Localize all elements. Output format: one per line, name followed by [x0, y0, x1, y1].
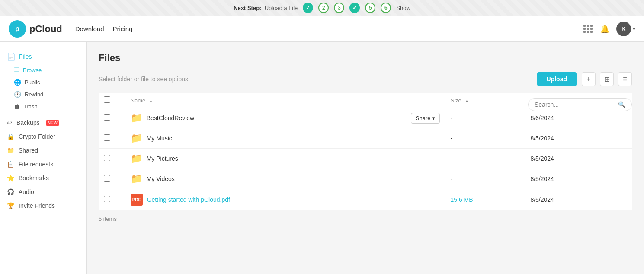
item-count: 5 items	[99, 216, 632, 222]
toolbar: Select folder or file to see options Upl…	[99, 72, 632, 86]
banner-show-link[interactable]: Show	[396, 5, 410, 11]
upload-button[interactable]: Upload	[537, 72, 577, 86]
file-name[interactable]: My Music	[147, 135, 172, 142]
row-name-cell: 📁BestCloudReviewShare ▾	[125, 108, 445, 128]
select-all-header[interactable]	[99, 93, 125, 108]
main-content: Files 🔍 Select folder or file to see opt…	[87, 42, 644, 274]
sidebar-item-file-requests[interactable]: 📋 File requests	[0, 157, 86, 171]
header-right: 🔔 K ▾	[583, 22, 635, 36]
row-checkbox[interactable]	[104, 114, 110, 121]
size-column-label: Size	[450, 97, 461, 104]
file-name[interactable]: My Videos	[147, 175, 175, 182]
sort-icon: ≡	[623, 75, 627, 83]
notifications-bell-icon[interactable]: 🔔	[600, 24, 609, 34]
sidebar-item-invite[interactable]: 🏆 Invite Friends	[0, 199, 86, 213]
header: p pCloud Download Pricing 🔔 K ▾	[0, 16, 644, 42]
name-column-header[interactable]: Name ▲	[125, 93, 445, 108]
sidebar-audio-label: Audio	[19, 188, 34, 195]
row-checkbox-cell	[99, 169, 125, 189]
step-6: 6	[381, 3, 391, 13]
user-avatar-wrapper[interactable]: K ▾	[616, 22, 635, 36]
row-modified-cell: 8/5/2024	[525, 189, 632, 210]
sidebar-item-browse[interactable]: ☰ Browse	[14, 64, 86, 76]
row-checkbox[interactable]	[104, 134, 110, 141]
top-banner: Next Step: Upload a File ✓ 2 3 ✓ 5 6 Sho…	[0, 0, 644, 16]
row-size-cell: -	[445, 128, 525, 149]
file-name[interactable]: Getting started with pCloud.pdf	[147, 196, 230, 203]
sidebar-trash-label: Trash	[23, 103, 38, 110]
grid-apps-icon[interactable]	[583, 25, 593, 33]
sidebar-crypto-label: Crypto Folder	[19, 133, 55, 140]
folder-icon: 📁	[131, 153, 142, 164]
crypto-icon: 🔒	[7, 133, 14, 140]
row-checkbox[interactable]	[104, 175, 110, 182]
file-requests-icon: 📋	[7, 161, 14, 168]
row-checkbox-cell	[99, 128, 125, 149]
share-btn-wrapper: Share ▾	[411, 113, 440, 124]
logo-icon: p	[9, 20, 26, 38]
sidebar-item-rewind[interactable]: 🕐 Rewind	[14, 88, 86, 100]
row-size-cell: 15.6 MB	[445, 189, 525, 210]
row-checkbox[interactable]	[104, 196, 110, 202]
search-box[interactable]: 🔍	[528, 98, 632, 111]
nav-pricing[interactable]: Pricing	[112, 25, 132, 32]
step-5: 5	[365, 3, 375, 13]
sidebar-item-crypto[interactable]: 🔒 Crypto Folder	[0, 130, 86, 143]
grid-view-button[interactable]: ⊞	[600, 72, 614, 86]
step-2: 2	[318, 3, 329, 13]
avatar: K	[616, 22, 631, 36]
audio-icon: 🎧	[7, 188, 14, 195]
page-title: Files	[99, 52, 632, 64]
new-folder-button[interactable]: +	[582, 72, 596, 86]
sidebar-backups-label: Backups	[16, 119, 40, 126]
sidebar-item-backups[interactable]: ↩ Backups NEW	[0, 116, 86, 130]
size-column-header[interactable]: Size ▲	[445, 93, 525, 108]
row-size-cell: -	[445, 169, 525, 189]
table-row: PDFGetting started with pCloud.pdf15.6 M…	[99, 189, 632, 210]
shared-icon: 📁	[7, 147, 14, 154]
name-sort-arrow: ▲	[149, 99, 153, 103]
grid-view-icon: ⊞	[604, 75, 610, 83]
step-3: 3	[334, 3, 344, 13]
row-modified-cell: 8/5/2024	[525, 169, 632, 189]
nav-download[interactable]: Download	[75, 25, 104, 32]
row-checkbox-cell	[99, 108, 125, 128]
sidebar-files-label: Files	[19, 53, 32, 60]
row-name-cell: 📁My Music	[125, 128, 445, 149]
files-icon: 📄	[7, 52, 15, 61]
row-checkbox-cell	[99, 149, 125, 169]
table-row: 📁My Pictures-8/5/2024	[99, 149, 632, 169]
sidebar-item-public[interactable]: 🌐 Public	[14, 76, 86, 88]
backups-icon: ↩	[7, 119, 12, 126]
row-modified-cell: 8/5/2024	[525, 128, 632, 149]
logo-text: pCloud	[29, 23, 62, 35]
sidebar-item-files[interactable]: 📄 Files	[0, 49, 86, 64]
folder-icon: 📁	[131, 112, 142, 124]
sidebar-item-audio[interactable]: 🎧 Audio	[0, 185, 86, 199]
sidebar-item-bookmarks[interactable]: ⭐ Bookmarks	[0, 171, 86, 185]
sidebar-invite-label: Invite Friends	[19, 202, 55, 209]
table-row: 📁My Videos-8/5/2024	[99, 169, 632, 189]
sort-button[interactable]: ≡	[618, 72, 632, 86]
sidebar-item-trash[interactable]: 🗑 Trash	[14, 100, 86, 112]
chevron-down-icon: ▾	[633, 26, 635, 32]
select-all-checkbox[interactable]	[104, 96, 110, 103]
file-name[interactable]: BestCloudReview	[147, 115, 195, 121]
file-name[interactable]: My Pictures	[147, 155, 178, 162]
share-button[interactable]: Share ▾	[411, 113, 440, 124]
search-icon: 🔍	[618, 101, 625, 108]
row-size-cell: -	[445, 108, 525, 128]
new-folder-icon: +	[586, 75, 590, 83]
step-1-check: ✓	[303, 3, 313, 13]
bookmarks-icon: ⭐	[7, 175, 14, 182]
new-badge: NEW	[46, 120, 59, 126]
sidebar-item-shared[interactable]: 📁 Shared	[0, 143, 86, 157]
search-input[interactable]	[535, 101, 615, 108]
sidebar-file-requests-label: File requests	[19, 161, 53, 168]
select-hint: Select folder or file to see options	[99, 76, 532, 83]
logo-link[interactable]: p pCloud	[9, 20, 62, 38]
trash-icon: 🗑	[14, 103, 20, 110]
row-checkbox[interactable]	[104, 155, 110, 161]
next-step-value: Upload a File	[265, 5, 298, 11]
logo-p: p	[15, 25, 19, 33]
